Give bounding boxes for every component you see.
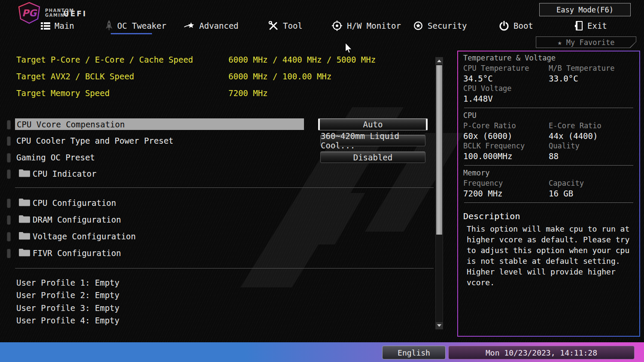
folder-icon: [19, 169, 30, 179]
user-profile-4[interactable]: User Profile 4: Empty: [16, 315, 119, 326]
tab-label: Tool: [283, 21, 303, 30]
profile-label: User Profile 3: Empty: [16, 303, 119, 313]
folder-label: CPU Indicator: [33, 168, 97, 179]
active-tab-underline: [111, 33, 152, 34]
row-indicator: [7, 120, 11, 130]
profile-label: User Profile 1: Empty: [16, 278, 119, 287]
scroll-down-icon: [437, 324, 441, 327]
row-indicator: [7, 169, 11, 179]
row-indicator: [7, 136, 11, 146]
description-title: Description: [463, 210, 634, 223]
tab-label: Boot: [513, 21, 533, 30]
folder-icon: [19, 215, 30, 225]
tools-icon: [268, 21, 279, 30]
setting-value-button[interactable]: 360~420mm Liquid Cool...: [320, 135, 425, 146]
stat-memory-frequency: Frequency 7200 MHz: [463, 178, 549, 199]
row-indicator: [7, 215, 11, 225]
profile-label: User Profile 4: Empty: [16, 316, 119, 325]
folder-icon: [19, 232, 30, 241]
user-profile-1[interactable]: User Profile 1: Empty: [16, 278, 119, 288]
sidebar-divider: [464, 165, 633, 166]
setting-value: Disabled: [353, 153, 393, 162]
tab-label: Security: [428, 21, 467, 30]
folder-row-cpu-indicator[interactable]: CPU Indicator: [0, 168, 434, 179]
user-profile-3[interactable]: User Profile 3: Empty: [16, 303, 119, 313]
datetime-button[interactable]: Mon 10/23/2023, 14:11:28: [448, 346, 635, 359]
stat-ecore-ratio: E-Core Ratio 44x (4400): [549, 121, 634, 141]
easy-mode-button[interactable]: Easy Mode(F6): [539, 3, 631, 16]
stat-pcore-ratio: P-Core Ratio 60x (6000): [463, 121, 549, 141]
pg-shield-icon: PG: [16, 2, 42, 24]
stat-quality: Quality 88: [549, 141, 634, 161]
tab-exit[interactable]: Exit: [574, 19, 607, 33]
my-favorite-button[interactable]: ★ My Favorite: [536, 36, 636, 48]
target-value: 6000 MHz / 100.00 MHz: [228, 72, 331, 81]
setting-value-button[interactable]: Auto: [318, 118, 428, 130]
tab-tool[interactable]: Tool: [268, 19, 303, 33]
row-indicator: [7, 199, 11, 208]
target-value: 6000 MHz / 4400 MHz / 5000 MHz: [228, 55, 376, 64]
stat-mb-temperature: M/B Temperature 33.0°C: [549, 63, 634, 84]
section-divider: [15, 187, 434, 188]
tab-label: Advanced: [199, 21, 239, 30]
tab-oc-tweaker[interactable]: OC Tweaker: [105, 19, 166, 33]
scrollbar-thumb[interactable]: [436, 65, 442, 235]
uefi-label: UEFI: [63, 9, 87, 18]
setting-row-cpu-cooler-preset[interactable]: CPU Cooler Type and Power Preset 360~420…: [0, 135, 434, 147]
language-label: English: [398, 348, 430, 357]
tab-boot[interactable]: Boot: [499, 19, 533, 33]
svg-text:PG: PG: [22, 8, 37, 18]
info-sidebar: Temperature & Voltage CPU Temperature 34…: [457, 51, 640, 337]
tab-advanced[interactable]: Advanced: [184, 19, 239, 33]
sidebar-divider: [464, 202, 633, 203]
folder-row-cpu-configuration[interactable]: CPU Configuration: [0, 197, 434, 208]
stat-memory-capacity: Capacity 16 GB: [549, 178, 634, 199]
scrollbar[interactable]: [435, 57, 443, 329]
selected-setting-highlight[interactable]: CPU Vcore Compensation: [15, 118, 304, 130]
setting-value-button[interactable]: Disabled: [320, 151, 425, 163]
folder-row-voltage-configuration[interactable]: Voltage Configuration: [0, 230, 434, 242]
easy-mode-label: Easy Mode(F6): [556, 6, 614, 14]
folder-icon: [19, 198, 30, 208]
row-indicator: [7, 249, 11, 258]
tab-security[interactable]: Security: [413, 19, 467, 33]
power-icon: [499, 21, 509, 31]
tab-label: Main: [55, 21, 74, 30]
folder-icon: [19, 248, 30, 258]
tab-main[interactable]: Main: [41, 19, 74, 33]
mouse-cursor: [345, 42, 352, 54]
folder-row-dram-configuration[interactable]: DRAM Configuration: [0, 214, 434, 225]
target-label: Target AVX2 / BCLK Speed: [16, 72, 134, 81]
scroll-up-button[interactable]: [436, 57, 443, 64]
row-indicator: [7, 232, 11, 241]
setting-row-gaming-oc-preset[interactable]: Gaming OC Preset Disabled: [0, 151, 434, 163]
my-favorite-label: My Favorite: [566, 38, 615, 47]
description-text: This option will make cpu to run at high…: [463, 223, 637, 288]
scroll-up-icon: [437, 60, 441, 62]
row-indicator: [7, 153, 11, 163]
setting-row-cpu-vcore-compensation[interactable]: CPU Vcore Compensation Auto: [0, 118, 434, 130]
section-title-memory: Memory: [463, 167, 634, 178]
section-divider: [15, 268, 434, 268]
section-title-temperature-voltage: Temperature & Voltage: [463, 52, 634, 63]
folder-label: FIVR Configuration: [33, 247, 121, 259]
folder-row-fivr-configuration[interactable]: FIVR Configuration: [0, 247, 434, 259]
profile-label: User Profile 2: Empty: [16, 290, 119, 300]
rocket-icon: [105, 20, 113, 31]
tab-label: Exit: [587, 21, 607, 30]
target-label: Target P-Core / E-Core / Cache Speed: [16, 55, 193, 64]
list-icon: [41, 22, 50, 30]
tab-label: OC Tweaker: [117, 21, 166, 30]
uefi-screen: PG PHANTOM GAMING UEFI Main OC Tweaker A…: [0, 0, 644, 362]
setting-label: CPU Cooler Type and Power Preset: [16, 135, 173, 146]
star-icon: ★: [558, 38, 562, 47]
setting-label: CPU Vcore Compensation: [17, 120, 125, 129]
folder-label: Voltage Configuration: [33, 230, 136, 242]
setting-label: Gaming OC Preset: [16, 151, 95, 163]
tab-hw-monitor[interactable]: H/W Monitor: [331, 19, 401, 33]
folder-label: CPU Configuration: [33, 197, 116, 208]
stat-cpu-temperature: CPU Temperature 34.5°C: [463, 63, 549, 84]
user-profile-2[interactable]: User Profile 2: Empty: [16, 290, 119, 300]
scroll-down-button[interactable]: [436, 322, 443, 329]
language-button[interactable]: English: [382, 346, 446, 359]
